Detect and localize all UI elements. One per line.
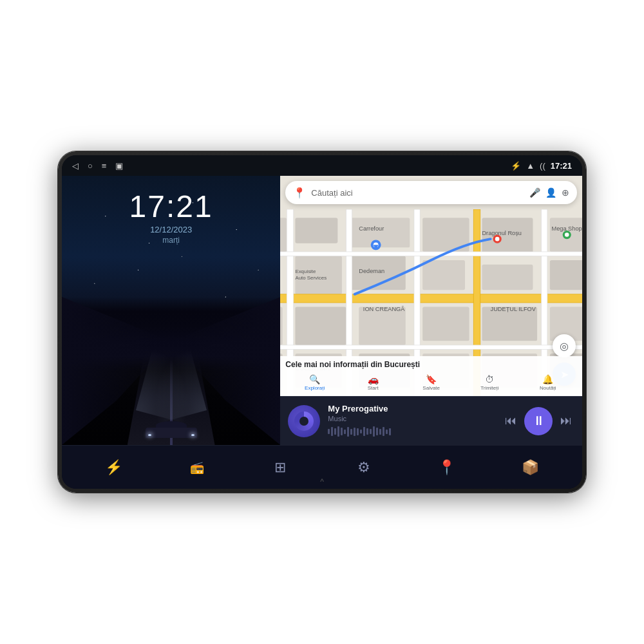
map-tab-explorați[interactable]: 🔍 Explorați <box>285 372 344 392</box>
svg-rect-15 <box>296 307 346 345</box>
clock-date: 12/12/2023 <box>129 225 213 234</box>
clock-time: 17:21 <box>129 191 213 222</box>
map-background: 📍 Căutați aici 🎤 👤 ⊕ <box>280 176 582 396</box>
map-tab-salvate[interactable]: 🔖 Salvate <box>402 372 460 392</box>
play-pause-icon: ⏸ <box>533 413 545 428</box>
map-search-bar[interactable]: 📍 Căutați aici 🎤 👤 ⊕ <box>285 181 577 204</box>
start-label: Start <box>368 385 379 391</box>
svg-text:Carrefour: Carrefour <box>359 225 384 232</box>
apps-dock-icon: ⊞ <box>274 459 286 476</box>
status-time: 17:21 <box>551 161 572 171</box>
map-search-text: Căutați aici <box>311 188 524 198</box>
car-silhouette <box>146 420 197 438</box>
wave-bar <box>386 430 388 434</box>
layers-icon[interactable]: ⊕ <box>562 187 569 198</box>
map-nav-tabs: 🔍 Explorați 🚗 Start 🔖 Salvate <box>285 372 577 392</box>
dock-box[interactable]: 📦 <box>516 453 544 482</box>
box-dock-icon: 📦 <box>522 459 539 476</box>
next-button[interactable]: ⏭ <box>558 412 574 430</box>
wave-bar <box>337 426 339 437</box>
map-search-actions: 🎤 👤 ⊕ <box>529 187 569 198</box>
bluetooth-icon: ⚡ <box>511 161 521 171</box>
wave-bar <box>334 428 336 435</box>
news-label: Noutăți <box>540 385 556 391</box>
share-label: Trimiteți <box>480 385 498 391</box>
news-icon: 🔔 <box>542 374 553 384</box>
svg-rect-3 <box>296 218 338 243</box>
dock-apps[interactable]: ⊞ <box>266 453 294 482</box>
left-panel: 17:21 12/12/2023 marți <box>62 176 280 445</box>
headlight-beams <box>152 396 191 415</box>
wave-bar <box>379 429 381 435</box>
device-frame: ◁ ○ ≡ ▣ ⚡ ▲ (( 17:21 17:21 12/12/2023 ma… <box>58 151 586 493</box>
radio-dock-icon: 📻 <box>190 460 204 475</box>
screenshot-button[interactable]: ▣ <box>115 161 123 171</box>
svg-text:JUDEȚUL ILFOV: JUDEȚUL ILFOV <box>491 306 536 312</box>
play-pause-button[interactable]: ⏸ <box>524 407 553 435</box>
wave-bar <box>331 427 333 436</box>
svg-rect-10 <box>482 265 533 290</box>
music-subtitle: Music <box>328 415 495 422</box>
map-tab-noutăți[interactable]: 🔔 Noutăți <box>518 372 577 392</box>
svg-rect-8 <box>422 260 465 290</box>
wave-bar <box>370 429 372 434</box>
wifi-icon: ▲ <box>526 161 535 171</box>
menu-button[interactable]: ≡ <box>102 161 107 171</box>
music-info: My Prerogative Music <box>328 404 495 438</box>
dock-bluetooth[interactable]: ⚡ <box>100 453 128 482</box>
svg-point-48 <box>495 237 500 242</box>
car-chassis <box>146 428 197 438</box>
explore-icon: 🔍 <box>309 374 320 384</box>
map-target-button[interactable]: ◎ <box>553 334 576 357</box>
bottom-dock: ⚡ 📻 ⊞ ⚙ 📍 📦 ^ <box>62 445 582 489</box>
prev-button[interactable]: ⏮ <box>502 412 519 430</box>
car-headlights <box>146 434 197 436</box>
dock-maps[interactable]: 📍 <box>433 453 461 482</box>
album-art-disc <box>294 412 314 431</box>
home-button[interactable]: ○ <box>88 161 93 171</box>
saved-label: Salvate <box>422 385 440 391</box>
voice-search-icon[interactable]: 🎤 <box>529 187 540 198</box>
svg-rect-9 <box>482 218 533 256</box>
wave-bar <box>373 426 375 437</box>
wave-bar <box>357 428 359 435</box>
dock-radio[interactable]: 📻 <box>183 453 211 482</box>
start-icon: 🚗 <box>368 374 379 384</box>
dock-settings[interactable]: ⚙ <box>350 453 378 482</box>
map-info-title: Cele mai noi informații din București <box>285 360 577 369</box>
status-indicators: ⚡ ▲ (( 17:21 <box>511 161 572 171</box>
saved-icon: 🔖 <box>426 374 437 384</box>
right-panel: 📍 Căutați aici 🎤 👤 ⊕ <box>280 176 582 445</box>
svg-text:Auto Services: Auto Services <box>296 275 327 281</box>
wave-bar <box>341 428 343 435</box>
clock-display: 17:21 12/12/2023 marți <box>129 191 213 245</box>
map-container[interactable]: 📍 Căutați aici 🎤 👤 ⊕ <box>280 176 582 396</box>
svg-text:Exquisite: Exquisite <box>296 269 317 274</box>
wave-bar <box>360 430 362 433</box>
car-tunnel-visual <box>62 297 280 445</box>
wave-bar <box>363 427 365 436</box>
nav-buttons: ◁ ○ ≡ ▣ <box>72 161 123 171</box>
back-button[interactable]: ◁ <box>72 161 79 171</box>
car-shape <box>146 420 197 438</box>
wave-bar <box>347 427 349 437</box>
wave-bar <box>389 428 391 435</box>
svg-point-50 <box>565 232 569 237</box>
svg-rect-12 <box>550 260 582 290</box>
wave-bar <box>366 428 368 435</box>
device-screen: ◁ ○ ≡ ▣ ⚡ ▲ (( 17:21 17:21 12/12/2023 ma… <box>62 155 582 489</box>
svg-text:ION CREANGĂ: ION CREANGĂ <box>363 306 405 312</box>
map-tab-trimiteți[interactable]: ⏱ Trimiteți <box>460 372 519 392</box>
main-content: 17:21 12/12/2023 marți <box>62 176 582 445</box>
account-icon[interactable]: 👤 <box>545 187 556 198</box>
svg-rect-1 <box>280 218 287 252</box>
svg-rect-32 <box>280 345 582 350</box>
wave-bar <box>350 429 352 435</box>
signal-icon: (( <box>540 161 545 171</box>
map-pin-icon: 📍 <box>293 187 306 199</box>
map-tab-start[interactable]: 🚗 Start <box>344 372 402 392</box>
settings-dock-icon: ⚙ <box>357 459 370 476</box>
album-art <box>288 405 320 437</box>
headlight-right <box>191 434 194 436</box>
wave-bar <box>383 427 384 436</box>
